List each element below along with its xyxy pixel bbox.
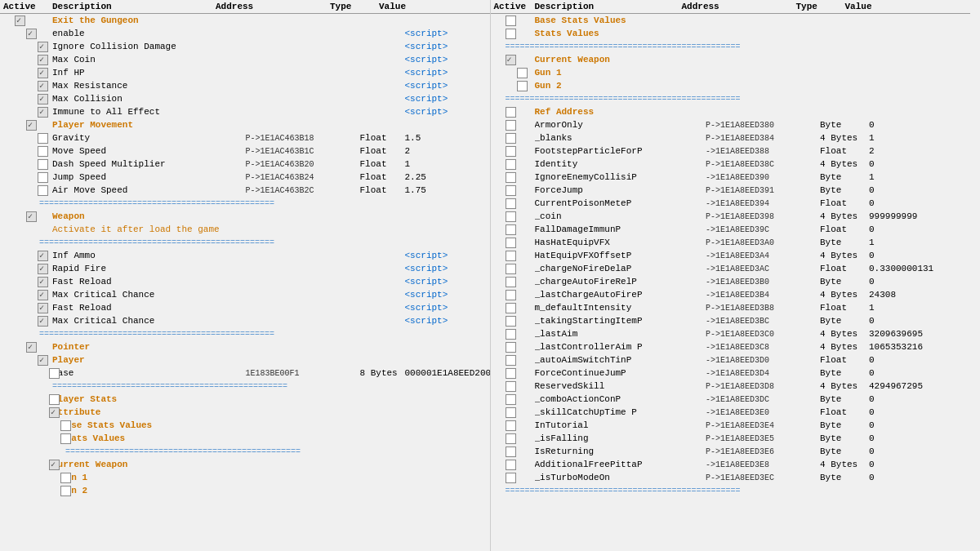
- row-label: ReservedSkill: [535, 381, 605, 391]
- table-row: ✓Weapon: [0, 210, 490, 223]
- checkbox[interactable]: ✓: [38, 264, 48, 274]
- desc-cell: ForceContinueJumP: [535, 368, 706, 378]
- checkbox[interactable]: [49, 394, 60, 405]
- desc-cell: Gun 1: [60, 473, 246, 482]
- checkbox[interactable]: ✓: [49, 407, 60, 418]
- value-cell: 0: [869, 420, 967, 430]
- checkbox[interactable]: ✓: [38, 290, 48, 300]
- desc-cell: IgnoreEnemyCollisiP: [535, 172, 706, 182]
- checkbox[interactable]: [49, 368, 60, 379]
- right-panel: Active Description Address Type Value Ba…: [491, 0, 981, 551]
- right-col-type: Type: [796, 2, 845, 11]
- checkbox[interactable]: [506, 316, 516, 327]
- checkbox[interactable]: ✓: [38, 42, 48, 52]
- checkbox[interactable]: [506, 224, 516, 235]
- checkbox[interactable]: [38, 146, 48, 157]
- table-row: ForceContinueJumP->1E1A8EED3D4Byte0: [491, 367, 971, 380]
- checkbox[interactable]: ✓: [26, 211, 37, 222]
- row-label: Max Critical Chance: [52, 316, 154, 326]
- checkbox[interactable]: [506, 107, 516, 118]
- checkbox[interactable]: ✓: [26, 342, 37, 353]
- checkbox[interactable]: [506, 329, 516, 340]
- checkbox[interactable]: [38, 159, 48, 170]
- checkbox[interactable]: ✓: [49, 460, 60, 470]
- table-row: Player Stats: [0, 393, 490, 406]
- checkbox[interactable]: ✓: [38, 107, 48, 118]
- checkbox[interactable]: [506, 381, 516, 392]
- right-col-active: Active: [494, 2, 535, 11]
- checkbox[interactable]: ✓: [38, 316, 48, 327]
- desc-cell: Gravity: [52, 133, 246, 143]
- value-cell: <script>: [405, 277, 487, 287]
- checkbox[interactable]: [506, 473, 516, 483]
- desc-cell: Move Speed: [52, 146, 246, 156]
- checkbox[interactable]: [506, 146, 516, 157]
- value-cell: <script>: [405, 107, 487, 117]
- checkbox[interactable]: [60, 473, 71, 483]
- desc-cell: Inf HP: [52, 68, 246, 78]
- checkbox[interactable]: [506, 198, 516, 209]
- value-cell: 0: [869, 394, 967, 404]
- table-row: Stats Values: [491, 27, 971, 40]
- table-row: Air Move SpeedP->1E1AC463B2CFloat1.75: [0, 184, 490, 197]
- checkbox[interactable]: [506, 342, 516, 353]
- checkbox[interactable]: [38, 133, 48, 144]
- checkbox[interactable]: ✓: [38, 251, 48, 261]
- checkbox[interactable]: [506, 211, 516, 222]
- checkbox[interactable]: ✓: [506, 55, 516, 65]
- value-cell: 0: [869, 460, 967, 469]
- checkbox[interactable]: ✓: [38, 277, 48, 287]
- checkbox[interactable]: [506, 394, 516, 405]
- checkbox[interactable]: ✓: [38, 81, 48, 91]
- checkbox[interactable]: [506, 172, 516, 183]
- row-label: _lastAim: [535, 329, 578, 339]
- checkbox[interactable]: [60, 433, 71, 444]
- checkbox[interactable]: [506, 29, 516, 39]
- checkbox[interactable]: [60, 420, 71, 431]
- checkbox[interactable]: [506, 368, 516, 379]
- checkbox[interactable]: [506, 185, 516, 196]
- type-cell: 8 Bytes: [360, 368, 405, 378]
- checkbox[interactable]: ✓: [38, 94, 48, 104]
- type-cell: Float: [360, 146, 405, 156]
- checkbox[interactable]: [506, 277, 516, 287]
- checkbox[interactable]: ✓: [38, 303, 48, 313]
- desc-cell: ReservedSkill: [535, 381, 706, 391]
- value-cell: <script>: [405, 55, 487, 64]
- checkbox[interactable]: [506, 264, 516, 274]
- checkbox[interactable]: [506, 407, 516, 418]
- checkbox[interactable]: [506, 447, 516, 457]
- checkbox[interactable]: [517, 68, 528, 78]
- checkbox[interactable]: ✓: [26, 120, 37, 131]
- checkbox[interactable]: [506, 303, 516, 313]
- checkbox[interactable]: [506, 290, 516, 300]
- table-row: ✓Player Movement: [0, 118, 490, 131]
- checkbox[interactable]: ✓: [38, 55, 48, 65]
- desc-cell: Current Weapon: [535, 55, 706, 64]
- separator: ========================================…: [52, 382, 487, 391]
- checkbox[interactable]: ✓: [38, 68, 48, 78]
- row-label: Max Collision: [52, 94, 122, 104]
- checkbox[interactable]: [506, 251, 516, 261]
- checkbox[interactable]: [506, 355, 516, 366]
- checkbox[interactable]: ✓: [15, 16, 25, 26]
- checkbox[interactable]: [38, 185, 48, 196]
- checkbox[interactable]: ✓: [38, 355, 48, 366]
- checkbox[interactable]: [506, 133, 516, 144]
- checkbox[interactable]: [506, 16, 516, 26]
- checkbox[interactable]: [60, 486, 71, 496]
- checkbox[interactable]: [517, 81, 528, 91]
- checkbox[interactable]: [506, 433, 516, 444]
- value-cell: 0: [869, 407, 967, 417]
- checkbox[interactable]: [38, 172, 48, 183]
- table-row: ========================================…: [0, 327, 490, 340]
- checkbox[interactable]: [506, 420, 516, 431]
- addr-cell: ->1E1A8EED39C: [706, 225, 820, 234]
- checkbox[interactable]: [506, 238, 516, 248]
- checkbox[interactable]: [506, 120, 516, 131]
- checkbox[interactable]: ✓: [26, 29, 37, 39]
- row-label: Current Weapon: [535, 55, 610, 64]
- desc-cell: _isFalling: [535, 433, 706, 443]
- checkbox[interactable]: [506, 460, 516, 470]
- checkbox[interactable]: [506, 159, 516, 170]
